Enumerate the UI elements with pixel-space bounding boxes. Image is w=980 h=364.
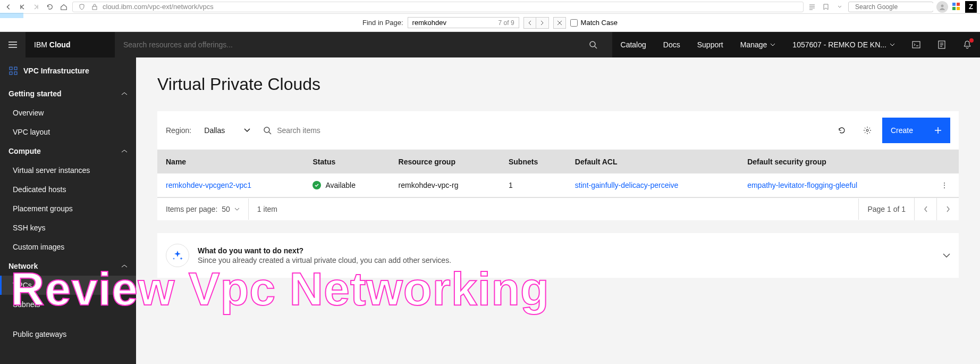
pagination-right: Page 1 of 1	[858, 198, 959, 220]
manage-link[interactable]: Manage	[732, 32, 784, 57]
settings-button[interactable]	[857, 120, 878, 141]
sidebar-section-network[interactable]: Network	[0, 257, 136, 276]
find-value: remkohdev	[412, 19, 446, 27]
url-text: cloud.ibm.com/vpc-ext/network/vpcs	[103, 3, 799, 11]
create-label: Create	[891, 126, 913, 135]
find-nav	[523, 17, 549, 29]
docs-link[interactable]: Docs	[655, 32, 689, 57]
match-case-label: Match Case	[581, 19, 618, 27]
sidebar-item-vsi[interactable]: Virtual server instances	[0, 161, 136, 180]
items-per-page[interactable]: Items per page: 50	[157, 198, 249, 220]
subnets-cell: 1	[500, 173, 567, 197]
sidebar-item-dedicated-hosts[interactable]: Dedicated hosts	[0, 180, 136, 199]
vpc-name-link[interactable]: remkohdev-vpcgen2-vpc1	[166, 181, 251, 189]
sidebar: VPC Infrastructure Getting started Overv…	[0, 57, 136, 364]
status-available-icon	[312, 181, 321, 189]
sidebar-item-public-gateways[interactable]: Public gateways	[0, 325, 136, 344]
next-steps-title: What do you want to do next?	[198, 246, 451, 255]
extensions-icon[interactable]	[951, 2, 962, 12]
page-next-button[interactable]	[936, 198, 959, 220]
create-button[interactable]: Create	[882, 118, 950, 143]
sidebar-item-hidden[interactable]	[0, 314, 136, 325]
find-prev-button[interactable]	[523, 17, 536, 29]
plus-icon	[934, 127, 942, 134]
nav-first-button[interactable]	[17, 2, 28, 12]
table-search[interactable]	[263, 126, 818, 135]
home-button[interactable]	[58, 2, 69, 12]
reader-icon[interactable]	[807, 2, 817, 12]
bookmark-icon[interactable]	[821, 2, 831, 12]
acl-link[interactable]: stint-gainfully-delicacy-perceive	[575, 181, 679, 189]
page-prev-button[interactable]	[914, 198, 936, 220]
header-search[interactable]	[115, 32, 612, 57]
notifications-icon[interactable]	[954, 32, 980, 57]
nav-back-button[interactable]	[3, 2, 14, 12]
find-input[interactable]: remkohdev 7 of 9	[408, 17, 519, 28]
sidebar-item-ssh-keys[interactable]: SSH keys	[0, 218, 136, 237]
brand-light: IBM	[34, 40, 49, 49]
reload-button[interactable]	[45, 2, 55, 12]
vpc-table: Name Status Resource group Subnets Defau…	[157, 150, 959, 197]
catalog-link[interactable]: Catalog	[612, 32, 655, 57]
hamburger-button[interactable]	[0, 32, 26, 57]
col-status: Status	[304, 150, 390, 174]
sidebar-section-compute[interactable]: Compute	[0, 142, 136, 161]
sidebar-item-subnets[interactable]: Subnets	[0, 295, 136, 314]
next-steps-desc: Since you already created a virtual priv…	[198, 256, 451, 264]
sidebar-item-overview[interactable]: Overview	[0, 103, 136, 122]
region-value: Dallas	[204, 126, 225, 135]
toolbar-actions: Create	[831, 118, 950, 143]
avatar[interactable]	[936, 1, 948, 13]
table-search-input[interactable]	[277, 126, 383, 135]
sg-link[interactable]: empathy-levitator-flogging-gleeful	[747, 181, 857, 189]
svg-rect-12	[10, 72, 12, 75]
next-steps-card[interactable]: What do you want to do next? Since you a…	[157, 233, 959, 278]
search-icon	[589, 40, 604, 49]
account-selector[interactable]: 1057607 - REMKO DE KN...	[784, 32, 903, 57]
chevron-down-icon	[890, 43, 895, 46]
refresh-button[interactable]	[831, 120, 852, 141]
sidebar-item-custom-images[interactable]: Custom images	[0, 237, 136, 257]
find-next-button[interactable]	[536, 17, 549, 29]
col-rg: Resource group	[390, 150, 500, 174]
nav-last-button[interactable]	[31, 2, 41, 12]
browser-chrome: cloud.ibm.com/vpc-ext/network/vpcs Z	[0, 0, 980, 14]
find-in-page-bar: Find in Page: remkohdev 7 of 9 Match Cas…	[0, 14, 980, 32]
cost-icon[interactable]	[929, 32, 954, 57]
svg-point-7	[590, 42, 595, 47]
match-case-checkbox[interactable]: Match Case	[570, 19, 618, 27]
shell-icon[interactable]	[903, 32, 929, 57]
vpc-table-card: Region: Dallas Create Name	[157, 111, 959, 220]
z-badge[interactable]: Z	[965, 1, 977, 13]
sidebar-item-vpc-layout[interactable]: VPC layout	[0, 122, 136, 142]
svg-point-14	[264, 127, 269, 133]
brand[interactable]: IBM Cloud	[26, 40, 115, 49]
sidebar-section-getting-started[interactable]: Getting started	[0, 84, 136, 103]
find-close-button[interactable]	[553, 17, 566, 29]
row-overflow-menu[interactable]: ⋮	[920, 173, 959, 197]
notification-badge	[969, 38, 974, 43]
col-sg: Default security group	[739, 150, 920, 174]
search-google[interactable]	[848, 2, 933, 12]
svg-rect-13	[14, 72, 17, 75]
support-link[interactable]: Support	[689, 32, 732, 57]
chevron-up-icon	[121, 92, 128, 96]
header-search-input[interactable]	[123, 40, 589, 49]
pagination: Items per page: 50 1 item Page 1 of 1	[157, 197, 959, 220]
hamburger-icon	[7, 39, 18, 50]
url-bar[interactable]: cloud.ibm.com/vpc-ext/network/vpcs	[72, 2, 804, 12]
find-label: Find in Page:	[362, 19, 403, 27]
match-case-input[interactable]	[570, 19, 578, 27]
expand-button[interactable]	[943, 253, 950, 258]
find-count: 7 of 9	[499, 19, 514, 27]
svg-point-2	[941, 4, 944, 7]
page-of: Page 1 of 1	[858, 198, 914, 220]
svg-rect-4	[957, 3, 960, 6]
region-select[interactable]: Dallas	[204, 126, 250, 135]
search-google-input[interactable]	[855, 3, 935, 11]
sidebar-item-placement-groups[interactable]: Placement groups	[0, 199, 136, 218]
page-title: Virtual Private Clouds	[157, 75, 959, 94]
svg-rect-0	[92, 6, 97, 10]
dropdown-icon[interactable]	[834, 2, 845, 12]
sidebar-item-vpcs[interactable]: VPCs	[0, 276, 136, 295]
